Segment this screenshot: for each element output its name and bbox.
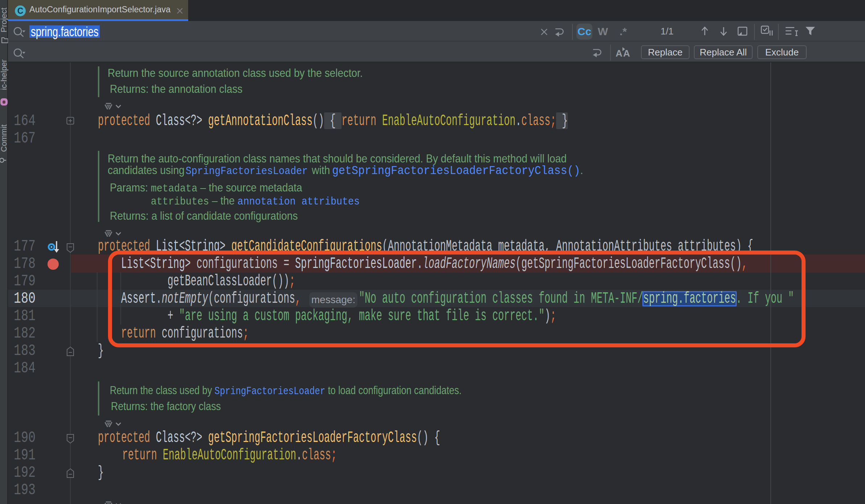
svg-text:A: A [616,48,622,59]
svg-text:A: A [623,48,630,59]
